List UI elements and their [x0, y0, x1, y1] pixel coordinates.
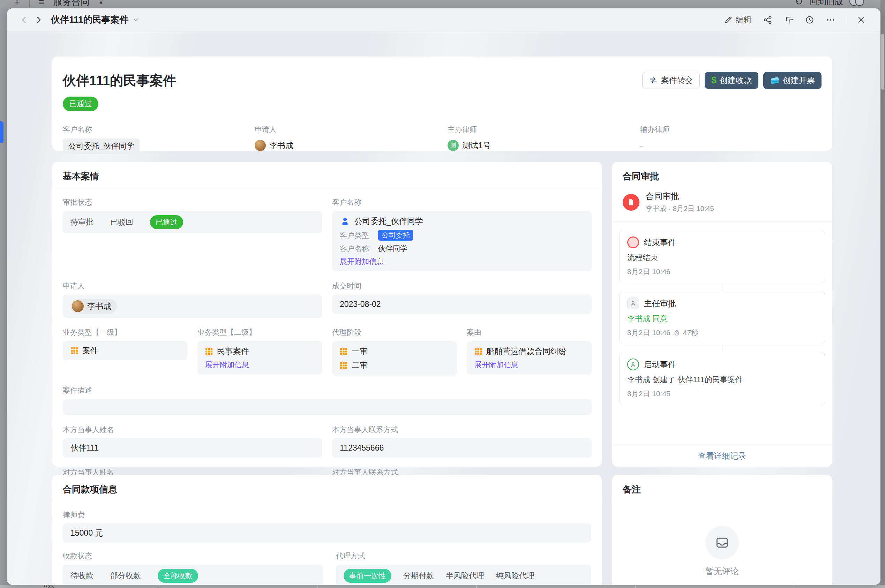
field-label: 审批状态: [63, 197, 322, 207]
client-name[interactable]: 公司委托_伙伴同学: [354, 216, 423, 227]
approval-status-input[interactable]: 待审批 已驳回 已通过: [63, 211, 322, 233]
create-invoice-button[interactable]: 创建开票: [763, 72, 822, 89]
avatar: 测: [447, 140, 459, 151]
menu-icon[interactable]: ≡: [39, 0, 44, 8]
applicant-name[interactable]: 李书成: [87, 301, 111, 312]
option-approved-selected[interactable]: 已通过: [150, 215, 183, 229]
edit-button[interactable]: 编辑: [720, 12, 756, 28]
field-label: 代理方式: [336, 551, 591, 561]
clock-icon: [805, 15, 814, 25]
collapse-button[interactable]: [780, 12, 798, 27]
option-partial[interactable]: 部分收款: [110, 570, 141, 581]
sidebar-active-indicator: [0, 122, 3, 143]
create-invoice-label: 创建开票: [783, 75, 815, 86]
lawyer-fee-input[interactable]: 15000 元: [63, 524, 591, 543]
transfer-icon: [649, 76, 658, 85]
our-party-contact-value: 1123455666: [340, 443, 384, 453]
close-button[interactable]: [852, 12, 870, 27]
option-paid-selected[interactable]: 全部收款: [158, 569, 198, 583]
title-chevron-down-icon[interactable]: [132, 16, 139, 23]
share-button[interactable]: [759, 12, 777, 27]
option-pure-risk[interactable]: 纯风险代理: [496, 570, 534, 581]
more-button[interactable]: [822, 12, 840, 27]
modal-body: 伙伴111的民事案件 已通过 案件转交 $ 创建收款 创建开票 客户名称: [7, 32, 880, 585]
case-transfer-button[interactable]: 案件转交: [642, 72, 700, 89]
expand-info-link[interactable]: 展开附加信息: [205, 360, 249, 370]
cause-input[interactable]: 船舶营运借款合同纠纷 展开附加信息: [467, 341, 592, 375]
timeline-connector: [722, 344, 723, 352]
option-half-risk[interactable]: 半风险代理: [446, 570, 484, 581]
card-title: 基本案情: [52, 162, 602, 189]
header-field-assist-lawyer: 辅办律师 -: [640, 124, 822, 154]
agency-stage-input[interactable]: 一审 二审: [332, 341, 457, 376]
field-label: 主办律师: [447, 124, 640, 134]
option-unpaid[interactable]: 待收款: [70, 570, 93, 581]
refresh-icon[interactable]: [794, 0, 803, 6]
timeline-event-end[interactable]: 结束事件 流程结束 8月2日 10:46: [619, 230, 825, 283]
our-party-contact-input[interactable]: 1123455666: [332, 438, 592, 458]
option-rejected[interactable]: 已驳回: [110, 217, 133, 227]
plus-icon[interactable]: +: [14, 0, 20, 8]
field-label: 业务类型【一级】: [63, 327, 188, 337]
description-input[interactable]: [63, 399, 592, 415]
lawyer-fee-value: 15000 元: [70, 528, 103, 538]
payment-status-input[interactable]: 待收款 部分收款 全部收款: [63, 565, 323, 585]
contract-approval-card: 合同审批 合同审批 李书成 · 8月2日 10:45 结束: [612, 162, 832, 466]
expand-info-link[interactable]: 展开附加信息: [474, 360, 518, 370]
person-icon: [340, 216, 350, 227]
create-receipt-label: 创建收款: [720, 75, 752, 86]
option-installment[interactable]: 分期付款: [403, 570, 434, 581]
field-label: 案由: [467, 327, 592, 337]
card-title: 合同审批: [612, 162, 832, 189]
pencil-icon: [724, 15, 733, 24]
client-tag[interactable]: 公司委托_伙伴同学: [63, 138, 140, 154]
create-receipt-button[interactable]: $ 创建收款: [705, 72, 758, 89]
back-to-old-link[interactable]: 回到旧版: [810, 0, 843, 7]
field-label: 案件描述: [63, 386, 592, 395]
chevron-down-icon: ∨: [99, 0, 103, 6]
lawyer-fee-field: 律师费 15000 元: [63, 510, 591, 543]
background-tab-label[interactable]: 服务合同: [53, 0, 90, 8]
biz-level1-field: 业务类型【一级】 案件: [63, 327, 188, 360]
option-pending[interactable]: 待审批: [70, 217, 93, 227]
scrollbar-thumb[interactable]: [881, 34, 884, 90]
applicant-input[interactable]: 李书成: [63, 295, 322, 318]
agency-mode-input[interactable]: 事前一次性 分期付款 半风险代理 纯风险代理: [336, 565, 591, 585]
contract-payment-card: 合同款项信息 律师费 15000 元 收款状态 待收款: [52, 475, 602, 585]
timeline-event-start[interactable]: 启动事件 李书成 创建了 伙伴111的民事案件 8月2日 10:45: [619, 352, 825, 405]
our-party-name-input[interactable]: 伙伴111: [63, 438, 322, 458]
client-input[interactable]: 公司委托_伙伴同学 客户类型 公司委托 客户名称 伙伴同学 展开附加信息: [332, 211, 592, 272]
approval-footer: 查看详细记录: [612, 445, 832, 466]
view-detail-link[interactable]: 查看详细记录: [698, 451, 746, 460]
window-scrollbar[interactable]: [880, 0, 885, 588]
start-event-icon: [627, 358, 639, 370]
history-button[interactable]: [801, 12, 819, 27]
event-time: 8月2日 10:46: [627, 267, 670, 276]
our-party-name-field: 本方当事人姓名 伙伴111: [63, 425, 322, 458]
deal-date-input[interactable]: 2023-08-02: [332, 295, 592, 314]
event-approve-line: 李书成 同意: [627, 314, 817, 324]
close-icon: [857, 15, 866, 24]
double-chevron-icon: [782, 13, 796, 27]
agency-mode-field: 代理方式 事前一次性 分期付款 半风险代理 纯风险代理: [336, 551, 591, 585]
deal-date-value: 2023-08-02: [340, 300, 381, 309]
applicant-name[interactable]: 李书成: [269, 140, 293, 151]
lead-lawyer-name[interactable]: 测试1号: [462, 140, 491, 151]
event-time: 8月2日 10:45: [627, 389, 670, 399]
grid-icon: [70, 347, 78, 355]
status-badge: 已通过: [63, 97, 98, 111]
expand-info-link[interactable]: 展开附加信息: [340, 256, 384, 267]
field-label: 成交时间: [332, 281, 592, 291]
biz-level1-input[interactable]: 案件: [63, 341, 188, 360]
basic-case-card: 基本案情 审批状态 待审批 已驳回 已通过 客户名称: [52, 162, 602, 466]
field-label: 申请人: [255, 124, 447, 134]
approval-timeline: 结束事件 流程结束 8月2日 10:46 主任审批 李书成: [612, 222, 832, 405]
client-field: 客户名称 公司委托_伙伴同学 客户类型 公司委托 客户名称: [332, 197, 592, 272]
option-onetime-selected[interactable]: 事前一次性: [344, 569, 392, 583]
back-icon[interactable]: [18, 13, 32, 27]
timeline-event-director-approval[interactable]: 主任审批 李书成 同意 8月2日 10:46 47秒: [619, 291, 825, 344]
event-line: 李书成 创建了 伙伴111的民事案件: [627, 375, 817, 385]
forward-icon[interactable]: [32, 13, 45, 27]
biz-level2-input[interactable]: 民事案件 展开附加信息: [198, 341, 322, 375]
approval-flow-item[interactable]: 合同审批 李书成 · 8月2日 10:45: [612, 189, 832, 221]
